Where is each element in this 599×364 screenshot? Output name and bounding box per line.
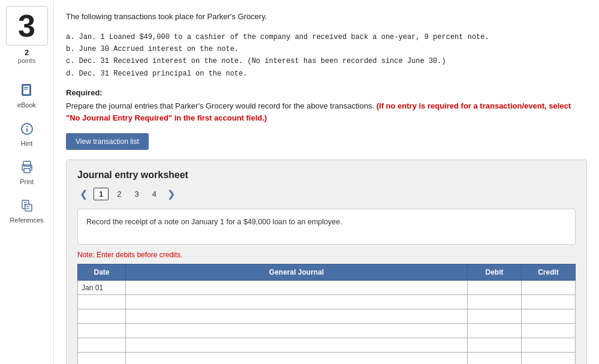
date-cell-3 [78,309,126,324]
svg-rect-16 [26,206,29,207]
debit-cell-2[interactable] [468,295,522,309]
svg-rect-12 [24,202,27,203]
credit-input-1[interactable] [522,281,575,294]
general-journal-input-6[interactable] [126,353,467,364]
print-icon [19,159,35,176]
hint-icon [19,121,35,137]
page-prev-button[interactable]: ❮ [77,188,90,200]
print-label: Print [20,178,34,185]
worksheet-title: Journal entry worksheet [77,170,576,181]
general-journal-cell-1[interactable] [126,281,468,295]
general-journal-input-1[interactable] [126,281,467,294]
journal-table: Date General Journal Debit Credit Jan 01 [77,264,576,364]
transaction-d: d. Dec. 31 Received principal on the not… [66,68,587,80]
credit-cell-3[interactable] [522,309,576,324]
general-journal-input-3[interactable] [126,309,467,323]
table-row-6 [78,353,576,364]
page-1-button[interactable]: 1 [94,188,109,200]
description-box: Record the receipt of a note on January … [77,209,576,245]
svg-rect-17 [26,208,29,209]
svg-rect-3 [24,89,28,90]
table-row-1: Jan 01 [78,281,576,295]
date-cell-5 [78,338,126,353]
points-value: 2 [18,48,35,57]
general-journal-cell-3[interactable] [126,309,468,324]
svg-rect-6 [26,128,28,132]
credit-cell-5[interactable] [522,338,576,353]
hint-label: Hint [21,140,33,147]
credit-input-5[interactable] [522,338,575,352]
sidebar: 3 2 points eBook Hint [0,0,54,364]
credit-input-6[interactable] [522,353,575,364]
debit-cell-4[interactable] [468,324,522,338]
date-cell-4 [78,324,126,338]
table-row-2 [78,295,576,309]
credit-input-4[interactable] [522,324,575,338]
credit-input-3[interactable] [522,309,575,323]
general-journal-cell-5[interactable] [126,338,468,353]
references-icon [19,197,35,214]
general-journal-input-5[interactable] [126,338,467,352]
svg-rect-9 [24,169,30,173]
note-text: Note: Enter debits before credits. [77,251,576,259]
date-cell-6 [78,353,126,364]
points-box: 2 points [18,48,35,64]
worksheet-card: Journal entry worksheet ❮ 1 2 3 4 ❯ Reco… [66,160,587,364]
transaction-c: c. Dec. 31 Received interest on the note… [66,55,587,67]
required-text-normal: Prepare the journal entries that Parker'… [66,101,374,110]
table-row-4 [78,324,576,338]
credit-cell-4[interactable] [522,324,576,338]
debit-input-1[interactable] [468,281,521,294]
references-label: References [10,216,43,224]
required-text: Prepare the journal entries that Parker'… [66,100,587,124]
main-content: The following transactions took place fo… [54,0,599,364]
header-general: General Journal [126,264,468,281]
credit-cell-6[interactable] [522,353,576,364]
debit-input-5[interactable] [468,338,521,352]
page-3-button[interactable]: 3 [130,188,143,200]
debit-cell-3[interactable] [468,309,522,324]
header-debit: Debit [468,264,522,281]
debit-input-2[interactable] [468,295,521,309]
sidebar-item-references[interactable]: References [0,191,53,230]
table-row-5 [78,338,576,353]
page-next-button[interactable]: ❯ [165,188,177,200]
transaction-a: a. Jan. 1 Loaned $49,000 to a cashier of… [66,31,587,43]
debit-input-3[interactable] [468,309,521,323]
svg-point-5 [26,126,27,127]
general-journal-input-2[interactable] [126,295,467,309]
debit-cell-5[interactable] [468,338,522,353]
debit-cell-1[interactable] [468,281,522,295]
general-journal-cell-2[interactable] [126,295,468,309]
points-label: points [18,57,35,64]
svg-rect-7 [23,161,31,166]
pagination: ❮ 1 2 3 4 ❯ [77,188,576,200]
required-label: Required: [66,88,587,97]
page-4-button[interactable]: 4 [148,188,161,200]
credit-cell-1[interactable] [522,281,576,295]
general-journal-cell-6[interactable] [126,353,468,364]
debit-input-6[interactable] [468,353,521,364]
sidebar-item-ebook[interactable]: eBook [0,76,53,115]
svg-point-10 [30,167,31,168]
problem-intro: The following transactions took place fo… [66,11,587,23]
svg-rect-2 [24,87,28,88]
header-credit: Credit [522,264,576,281]
header-date: Date [78,264,126,281]
page-2-button[interactable]: 2 [112,188,126,200]
debit-cell-6[interactable] [468,353,522,364]
transactions-list: a. Jan. 1 Loaned $49,000 to a cashier of… [66,31,587,80]
question-number: 3 [6,6,48,46]
general-journal-input-4[interactable] [126,324,467,338]
view-transaction-button[interactable]: View transaction list [66,133,149,150]
debit-input-4[interactable] [468,324,521,338]
credit-input-2[interactable] [522,295,575,309]
date-cell-2 [78,295,126,309]
sidebar-item-print[interactable]: Print [0,153,53,191]
sidebar-item-hint[interactable]: Hint [0,115,53,153]
ebook-label: eBook [17,101,36,109]
credit-cell-2[interactable] [522,295,576,309]
ebook-icon [19,82,35,99]
general-journal-cell-4[interactable] [126,324,468,338]
date-cell-1: Jan 01 [78,281,126,295]
